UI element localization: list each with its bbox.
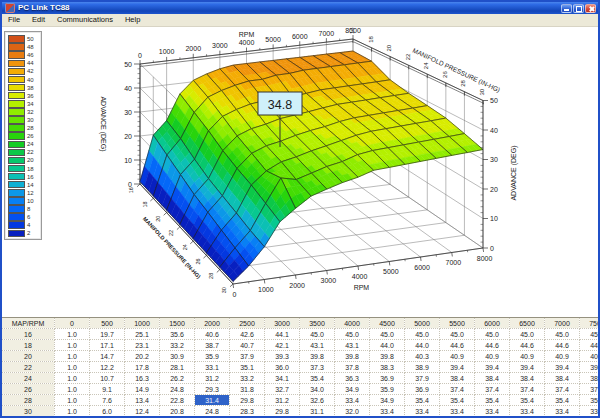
table-cell[interactable]: 12.2 (90, 362, 125, 373)
title-bar[interactable]: PC Link TC88 (2, 2, 598, 14)
table-cell[interactable]: 35.4 (545, 395, 580, 406)
table-cell[interactable]: 38.9 (405, 362, 440, 373)
close-button[interactable] (585, 4, 596, 13)
maximize-button[interactable] (573, 4, 584, 13)
table-cell[interactable]: 45.0 (580, 329, 599, 340)
minimize-button[interactable] (561, 4, 572, 13)
table-cell[interactable]: 45.0 (510, 329, 545, 340)
table-cell[interactable]: 35.4 (440, 395, 475, 406)
table-cell[interactable]: 43.1 (335, 340, 370, 351)
table-cell[interactable]: 39.4 (580, 362, 599, 373)
table-cell[interactable]: 40.7 (230, 340, 265, 351)
table-cell[interactable]: 31.8 (230, 384, 265, 395)
table-cell[interactable]: 10.7 (90, 373, 125, 384)
table-cell[interactable]: 40.3 (405, 351, 440, 362)
table-cell[interactable]: 45.0 (440, 329, 475, 340)
table-cell[interactable]: 38.4 (440, 373, 475, 384)
table-cell[interactable]: 31.1 (300, 406, 335, 417)
table-cell[interactable]: 1.0 (55, 373, 90, 384)
table-cell[interactable]: 40.9 (510, 351, 545, 362)
table-cell[interactable]: 39.4 (510, 362, 545, 373)
table-cell[interactable]: 37.3 (300, 362, 335, 373)
table-cell[interactable]: 33.4 (475, 406, 510, 417)
table-cell[interactable]: 35.4 (475, 395, 510, 406)
table-cell[interactable]: 40.9 (545, 351, 580, 362)
table-cell[interactable]: 33.2 (230, 373, 265, 384)
table-cell[interactable]: 9.1 (90, 384, 125, 395)
table-cell[interactable]: 37.4 (545, 384, 580, 395)
table-cell[interactable]: 12.4 (125, 406, 160, 417)
table-cell[interactable]: 1.0 (55, 406, 90, 417)
table-cell[interactable]: 36.3 (335, 373, 370, 384)
table-cell[interactable]: 44.6 (475, 340, 510, 351)
table-cell[interactable]: 37.4 (440, 384, 475, 395)
table-cell[interactable]: 20.2 (125, 351, 160, 362)
table-cell[interactable]: 36.9 (370, 373, 405, 384)
table-cell[interactable]: 40.6 (195, 329, 230, 340)
table-cell[interactable]: 37.4 (580, 384, 599, 395)
table-cell[interactable]: 35.1 (230, 362, 265, 373)
table-cell[interactable]: 31.2 (265, 395, 300, 406)
table-cell[interactable]: 37.4 (475, 384, 510, 395)
table-cell[interactable]: 44.6 (440, 340, 475, 351)
table-cell[interactable]: 28.3 (230, 406, 265, 417)
table-cell[interactable]: 33.2 (160, 340, 195, 351)
table-cell[interactable]: 32.0 (335, 406, 370, 417)
table-cell[interactable]: 39.8 (300, 351, 335, 362)
table-cell[interactable]: 44.1 (265, 329, 300, 340)
table-cell[interactable]: 33.4 (405, 406, 440, 417)
table-cell[interactable]: 36.0 (265, 362, 300, 373)
table-cell[interactable]: 34.1 (265, 373, 300, 384)
table-cell[interactable]: 38.4 (475, 373, 510, 384)
table-cell[interactable]: 39.4 (440, 362, 475, 373)
table-cell[interactable]: 33.4 (510, 406, 545, 417)
table-cell[interactable]: 39.8 (335, 351, 370, 362)
table-cell[interactable]: 28.1 (160, 362, 195, 373)
table-cell[interactable]: 24.8 (195, 406, 230, 417)
table-cell[interactable]: 34.9 (335, 384, 370, 395)
table-cell[interactable]: 39.8 (370, 351, 405, 362)
table-cell[interactable]: 14.7 (90, 351, 125, 362)
table-cell[interactable]: 45.0 (545, 329, 580, 340)
table-cell[interactable]: 20.8 (160, 406, 195, 417)
table-cell[interactable]: 38.4 (545, 373, 580, 384)
table-cell[interactable]: 34.0 (300, 384, 335, 395)
table-cell[interactable]: 35.4 (300, 373, 335, 384)
surface-plot[interactable]: 010002000300040005000600070008000RPM1618… (2, 27, 598, 317)
table-cell[interactable]: 29.8 (230, 395, 265, 406)
table-cell[interactable]: 1.0 (55, 384, 90, 395)
table-cell[interactable]: 39.3 (265, 351, 300, 362)
table-cell[interactable]: 35.6 (160, 329, 195, 340)
table-cell[interactable]: 33.1 (195, 362, 230, 373)
table-cell[interactable]: 19.7 (90, 329, 125, 340)
table-cell[interactable]: 26.2 (160, 373, 195, 384)
table-cell[interactable]: 40.9 (440, 351, 475, 362)
table-cell[interactable]: 38.4 (580, 373, 599, 384)
table-cell[interactable]: 35.9 (195, 351, 230, 362)
table-cell[interactable]: 35.4 (580, 395, 599, 406)
table-cell[interactable]: 40.9 (580, 351, 599, 362)
table-cell[interactable]: 33.4 (545, 406, 580, 417)
table-cell[interactable]: 44.6 (545, 340, 580, 351)
table-cell[interactable]: 37.8 (335, 362, 370, 373)
table-cell[interactable]: 1.0 (55, 395, 90, 406)
table-cell[interactable]: 1.0 (55, 340, 90, 351)
table-cell[interactable]: 38.4 (510, 373, 545, 384)
table-cell[interactable]: 33.4 (580, 406, 599, 417)
table-cell[interactable]: 40.9 (475, 351, 510, 362)
menu-file[interactable]: File (2, 14, 26, 26)
table-cell[interactable]: 39.4 (475, 362, 510, 373)
table-cell[interactable]: 32.7 (265, 384, 300, 395)
table-cell[interactable]: 29.8 (265, 406, 300, 417)
table-cell[interactable]: 14.9 (125, 384, 160, 395)
table-cell[interactable]: 37.9 (230, 351, 265, 362)
table-cell[interactable]: 39.4 (545, 362, 580, 373)
table-cell[interactable]: 33.4 (440, 406, 475, 417)
table-cell[interactable]: 45.0 (370, 329, 405, 340)
table-cell[interactable]: 25.1 (125, 329, 160, 340)
table-cell[interactable]: 30.9 (160, 351, 195, 362)
table-cell[interactable]: 33.4 (370, 406, 405, 417)
table-cell[interactable]: 44.6 (580, 340, 599, 351)
table-cell[interactable]: 45.0 (405, 329, 440, 340)
table-cell[interactable]: 16.3 (125, 373, 160, 384)
